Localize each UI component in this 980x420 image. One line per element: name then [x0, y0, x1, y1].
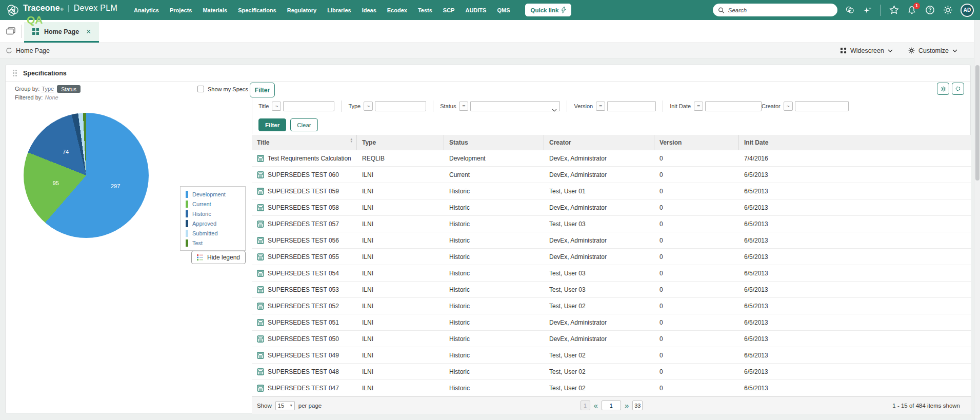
filter-group-divider [341, 101, 342, 112]
table-row[interactable]: SUPERSEDES TEST 047ILNIHistoricTest, Use… [252, 380, 971, 396]
nav-item-scp[interactable]: SCP [443, 7, 455, 13]
tab-close-icon[interactable]: × [86, 28, 91, 36]
widescreen-button[interactable]: Widescreen [840, 47, 893, 54]
group-by-status-option[interactable]: Status [57, 85, 81, 93]
filter-input-title[interactable] [283, 101, 334, 111]
column-header-creator[interactable]: Creator [544, 135, 654, 150]
nav-item-libraries[interactable]: Libraries [327, 7, 351, 13]
cell-init-date: 6/5/2013 [739, 199, 971, 215]
table-row[interactable]: SUPERSEDES TEST 054ILNIHistoricTest, Use… [252, 265, 971, 282]
cell-init-date: 6/5/2013 [739, 314, 971, 330]
quick-link-button[interactable]: Quick link [525, 4, 571, 16]
table-row[interactable]: SUPERSEDES TEST 049ILNIHistoricTest, Use… [252, 347, 971, 364]
cell-type: ILNI [357, 347, 444, 363]
tab-label: Home Page [44, 28, 79, 35]
legend-icon [197, 254, 204, 261]
nav-item-specifications[interactable]: Specifications [238, 7, 276, 13]
column-header-type[interactable]: Type [357, 135, 444, 150]
filter-select-status[interactable] [470, 101, 560, 111]
table-row[interactable]: SUPERSEDES TEST 056ILNIHistoricDevEx, Ad… [252, 232, 971, 249]
filter-toggle-button[interactable]: Filter [250, 83, 275, 97]
window-list-icon[interactable] [5, 27, 16, 36]
filter-input-creator[interactable] [795, 101, 849, 111]
table-row[interactable]: SUPERSEDES TEST 059ILNIHistoricTest, Use… [252, 183, 971, 199]
table-row[interactable]: SUPERSEDES TEST 051ILNIHistoricDevEx, Ad… [252, 314, 971, 331]
pager-current-page-input[interactable] [602, 401, 621, 410]
table-row[interactable]: SUPERSEDES TEST 052ILNIHistoricTest, Use… [252, 298, 971, 314]
main-content: Specifications [0, 58, 980, 420]
sparkles-icon[interactable] [863, 5, 873, 15]
cell-status: Development [444, 150, 544, 166]
favorites-star-icon[interactable] [889, 5, 899, 15]
tab-strip: Home Page × [0, 20, 980, 43]
nav-item-ecodex[interactable]: Ecodex [387, 7, 407, 13]
column-header-version[interactable]: Version [654, 135, 739, 150]
brand[interactable]: Traceone® | Devex PLM QA [6, 4, 117, 17]
pager-first-page[interactable]: 1 [581, 401, 590, 410]
nav-item-ideas[interactable]: Ideas [362, 7, 376, 13]
filter-operator-creator[interactable]: ~ [784, 102, 793, 111]
filter-input-init-date[interactable] [705, 101, 762, 111]
group-by-type-option[interactable]: Type [42, 86, 54, 92]
nav-item-tests[interactable]: Tests [418, 7, 432, 13]
hide-legend-button[interactable]: Hide legend [191, 251, 246, 264]
refresh-icon[interactable] [5, 47, 12, 54]
filter-clear-button[interactable]: Clear [290, 118, 317, 131]
filter-group-creator: Creator~ [762, 101, 849, 111]
filter-apply-button[interactable]: Filter [258, 118, 286, 131]
scrollbar-thumb[interactable] [975, 65, 979, 181]
customize-button[interactable]: Customize [908, 47, 957, 54]
nav-item-regulatory[interactable]: Regulatory [287, 7, 316, 13]
table-row[interactable]: SUPERSEDES TEST 060ILNICurrentDevEx, Adm… [252, 167, 971, 183]
filter-input-version[interactable] [607, 101, 656, 111]
table-row[interactable]: SUPERSEDES TEST 053ILNIHistoricTest, Use… [252, 282, 971, 298]
page: Traceone® | Devex PLM QA AnalyticsProjec… [0, 0, 980, 420]
table-row[interactable]: SUPERSEDES TEST 057ILNIHistoricTest, Use… [252, 216, 971, 232]
notifications-bell-icon[interactable]: 1 [907, 5, 917, 15]
help-icon[interactable] [925, 5, 935, 15]
table-row[interactable]: SUPERSEDES TEST 048ILNIHistoricTest, Use… [252, 364, 971, 380]
filter-operator-status[interactable]: = [459, 102, 468, 111]
nav-item-audits[interactable]: AUDITS [465, 7, 486, 13]
nav-item-materials[interactable]: Materials [203, 7, 227, 13]
page-size-select[interactable]: 15 ▾ [275, 401, 295, 410]
column-header-status[interactable]: Status [444, 135, 544, 150]
cell-title: SUPERSEDES TEST 049 [252, 347, 357, 363]
pager-next-icon[interactable]: » [625, 402, 629, 409]
widget-collapse-button[interactable] [952, 83, 964, 95]
filter-operator-title[interactable]: ~ [272, 102, 281, 111]
search-box[interactable] [713, 4, 837, 16]
nav-item-analytics[interactable]: Analytics [134, 7, 159, 13]
show-my-specs-checkbox[interactable] [197, 86, 204, 92]
column-header-title[interactable]: Title▴▾ [252, 135, 357, 150]
table-row[interactable]: SUPERSEDES TEST 050ILNIHistoricDevEx, Ad… [252, 331, 971, 347]
lightning-bolt-icon [561, 7, 566, 13]
page-scrollbar[interactable] [974, 20, 980, 420]
column-header-init-date[interactable]: Init Date [739, 135, 971, 150]
cell-init-date: 6/5/2013 [739, 216, 971, 232]
filter-operator-type[interactable]: ~ [364, 102, 373, 111]
table-row[interactable]: SUPERSEDES TEST 055ILNIHistoricDevEx, Ad… [252, 249, 971, 265]
filter-operator-init-date[interactable]: = [694, 102, 703, 111]
nav-item-projects[interactable]: Projects [170, 7, 192, 13]
status-pie-chart[interactable]: 2979574 [24, 113, 149, 238]
pager: 1 « » 33 [581, 401, 643, 410]
settings-gear-icon[interactable] [943, 5, 953, 15]
filter-operator-version[interactable]: = [596, 102, 605, 111]
widget-title: Specifications [23, 70, 67, 77]
sort-icon[interactable]: ▴▾ [350, 137, 352, 143]
table-row[interactable]: Test Requirements CalculationREQLIBDevel… [252, 150, 971, 167]
pager-last-page[interactable]: 33 [632, 401, 643, 410]
table-row[interactable]: SUPERSEDES TEST 058ILNIHistoricDevEx, Ad… [252, 199, 971, 216]
filter-input-type[interactable] [375, 101, 426, 111]
search-icon [718, 7, 725, 14]
widget-settings-button[interactable] [937, 83, 949, 95]
tabbar-divider [22, 25, 22, 38]
pager-prev-icon[interactable]: « [594, 402, 598, 409]
assistant-icon[interactable] [845, 5, 855, 15]
drag-handle-icon[interactable] [13, 70, 17, 76]
nav-item-qms[interactable]: QMS [497, 7, 510, 13]
search-input[interactable] [728, 7, 832, 13]
user-avatar[interactable]: AD [961, 4, 974, 17]
pie-value-label-historic: 74 [63, 149, 69, 155]
